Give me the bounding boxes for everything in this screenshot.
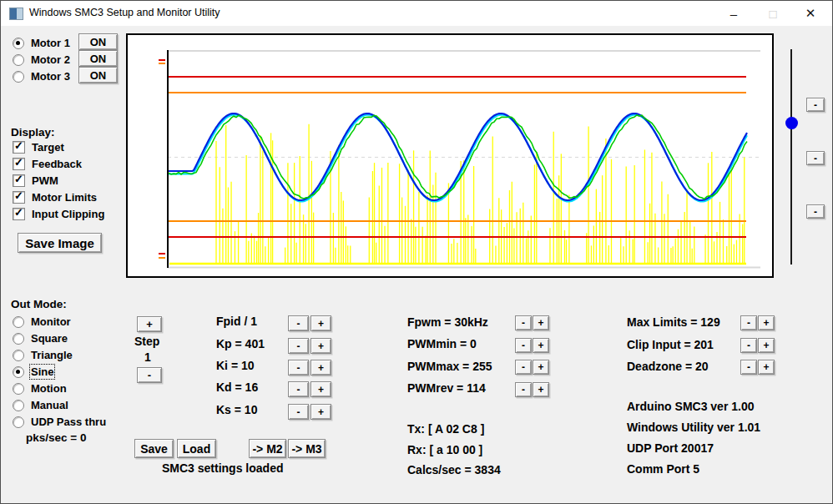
pwmmax-minus-button[interactable]: - — [515, 360, 532, 375]
ki-plus-button[interactable]: + — [310, 360, 331, 375]
out-mode-triangle-radio[interactable] — [13, 350, 24, 361]
udp-port-label: UDP Port 20017 — [627, 441, 714, 455]
deadzone-minus-button[interactable]: - — [740, 360, 757, 375]
out-mode-motion-label: Motion — [31, 382, 67, 395]
step-label: Step — [134, 335, 159, 348]
motor-3-on-button[interactable]: ON — [78, 67, 118, 83]
pwmmax-label: PWMmax = 255 — [407, 360, 492, 373]
display-feedback-checkbox[interactable] — [13, 158, 25, 170]
display-input-clipping-label: Input Clipping — [32, 208, 104, 220]
kp-label: Kp = 401 — [216, 337, 265, 350]
motor-1-radio[interactable] — [13, 38, 24, 49]
step-minus-button[interactable]: - — [137, 367, 162, 383]
display-input-clipping-checkbox[interactable] — [13, 208, 25, 220]
pwmrev-plus-button[interactable]: + — [533, 382, 549, 397]
ki-minus-button[interactable]: - — [288, 360, 309, 375]
windows-utility-version-label: Windows Utility ver 1.01 — [627, 421, 760, 434]
ks-plus-button[interactable]: + — [310, 404, 331, 420]
ks-minus-button[interactable]: - — [288, 404, 309, 420]
step-value: 1 — [144, 350, 151, 364]
out-mode-udp-label: UDP Pass thru — [31, 416, 106, 428]
pks-per-sec-label: pks/sec = 0 — [26, 431, 86, 444]
ks-label: Ks = 10 — [216, 403, 257, 416]
step-plus-button[interactable]: + — [137, 316, 162, 332]
clip-input-label: Clip Input = 201 — [627, 338, 714, 351]
fpwm-label: Fpwm = 30kHz — [407, 315, 488, 329]
fpid-plus-button[interactable]: + — [310, 315, 331, 331]
kd-minus-button[interactable]: - — [288, 381, 309, 397]
slider-button-3[interactable]: - — [806, 204, 825, 219]
fpid-label: Fpid / 1 — [216, 315, 257, 328]
max-limits-label: Max Limits = 129 — [627, 315, 720, 329]
scope-plot — [126, 33, 774, 278]
pwmmin-minus-button[interactable]: - — [515, 338, 532, 353]
save-button[interactable]: Save — [134, 439, 174, 458]
kd-label: Kd = 16 — [216, 381, 258, 394]
client-area: Motor 1 Motor 2 Motor 3 ON ON ON Display… — [1, 1, 832, 503]
out-mode-manual-label: Manual — [31, 399, 68, 411]
slider-button-2[interactable]: - — [806, 151, 825, 165]
comm-port-label: Comm Port 5 — [627, 462, 699, 476]
fpwm-minus-button[interactable]: - — [515, 315, 532, 330]
deadzone-plus-button[interactable]: + — [758, 360, 775, 375]
motor-1-on-button[interactable]: ON — [78, 33, 118, 50]
out-mode-heading: Out Mode: — [11, 298, 67, 310]
deadzone-label: Deadzone = 20 — [627, 360, 709, 373]
kp-minus-button[interactable]: - — [288, 338, 309, 354]
out-mode-sine-label: Sine — [31, 365, 53, 378]
scope-scale-slider-track[interactable] — [790, 49, 792, 265]
rx-readout: Rx: [ a 10 00 ] — [407, 443, 482, 456]
motor-2-radio[interactable] — [13, 54, 24, 66]
display-target-label: Target — [32, 141, 64, 154]
app-window: Windows SMC3 Setup and Monitor Utility –… — [0, 0, 833, 504]
motor-2-label: Motor 2 — [31, 53, 70, 66]
motor-1-label: Motor 1 — [31, 37, 70, 49]
pwmmin-label: PWMmin = 0 — [407, 337, 477, 350]
out-mode-square-radio[interactable] — [13, 333, 24, 345]
pwmrev-minus-button[interactable]: - — [515, 382, 532, 397]
display-heading: Display: — [11, 126, 55, 139]
display-target-checkbox[interactable] — [13, 141, 25, 154]
motor-3-radio[interactable] — [13, 71, 24, 83]
load-button[interactable]: Load — [177, 439, 216, 458]
out-mode-monitor-radio[interactable] — [13, 316, 24, 328]
display-motor-limits-label: Motor Limits — [32, 191, 97, 204]
ki-label: Ki = 10 — [216, 359, 255, 372]
display-feedback-label: Feedback — [32, 158, 82, 170]
out-mode-square-label: Square — [31, 332, 68, 345]
to-m3-button[interactable]: -> M3 — [288, 439, 326, 458]
kp-plus-button[interactable]: + — [310, 338, 331, 354]
pwmmax-plus-button[interactable]: + — [533, 360, 549, 375]
out-mode-monitor-label: Monitor — [31, 315, 71, 328]
out-mode-motion-radio[interactable] — [13, 383, 24, 395]
save-image-button[interactable]: Save Image — [18, 233, 102, 253]
scope-canvas — [128, 35, 772, 276]
settings-status-text: SMC3 settings loaded — [162, 461, 283, 475]
max-limits-plus-button[interactable]: + — [758, 315, 775, 330]
motor-3-label: Motor 3 — [31, 70, 70, 83]
display-pwm-label: PWM — [32, 174, 58, 187]
arduino-version-label: Arduino SMC3 ver 1.00 — [627, 400, 755, 413]
out-mode-manual-radio[interactable] — [13, 400, 24, 411]
pwmrev-label: PWMrev = 114 — [407, 381, 486, 395]
tx-readout: Tx: [ A 02 C8 ] — [407, 422, 484, 436]
kd-plus-button[interactable]: + — [310, 381, 331, 397]
out-mode-sine-radio[interactable] — [13, 366, 24, 378]
slider-button-1[interactable]: - — [806, 98, 825, 112]
fpid-minus-button[interactable]: - — [288, 315, 309, 331]
display-motor-limits-checkbox[interactable] — [13, 191, 25, 204]
max-limits-minus-button[interactable]: - — [740, 315, 757, 330]
motor-2-on-button[interactable]: ON — [78, 50, 118, 67]
to-m2-button[interactable]: -> M2 — [249, 439, 286, 458]
out-mode-triangle-label: Triangle — [31, 349, 73, 361]
scope-scale-slider-thumb[interactable] — [785, 117, 798, 129]
display-pwm-checkbox[interactable] — [13, 174, 25, 187]
calcs-per-sec-readout: Calcs/sec = 3834 — [407, 463, 501, 476]
out-mode-udp-radio[interactable] — [13, 416, 24, 428]
pwmmin-plus-button[interactable]: + — [533, 338, 549, 353]
fpwm-plus-button[interactable]: + — [533, 315, 549, 330]
clip-input-minus-button[interactable]: - — [740, 338, 757, 353]
clip-input-plus-button[interactable]: + — [758, 338, 775, 353]
